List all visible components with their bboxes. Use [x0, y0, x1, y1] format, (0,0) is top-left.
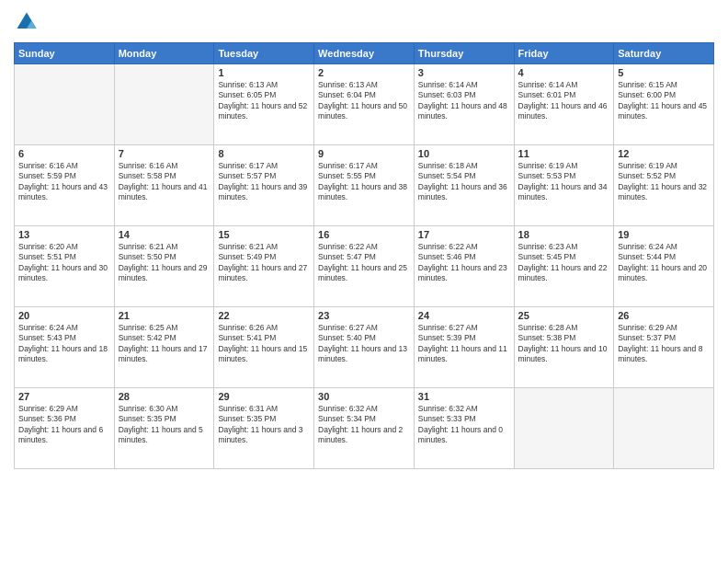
calendar-cell	[114, 64, 214, 145]
day-number: 20	[18, 310, 110, 321]
calendar-week-row: 1Sunrise: 6:13 AM Sunset: 6:05 PM Daylig…	[15, 64, 714, 145]
weekday-header: Monday	[114, 43, 214, 64]
calendar-cell: 23Sunrise: 6:27 AM Sunset: 5:40 PM Dayli…	[314, 307, 415, 388]
calendar-week-row: 27Sunrise: 6:29 AM Sunset: 5:36 PM Dayli…	[15, 388, 714, 469]
cell-info: Sunrise: 6:21 AM Sunset: 5:50 PM Dayligh…	[119, 242, 210, 284]
calendar-cell: 9Sunrise: 6:17 AM Sunset: 5:55 PM Daylig…	[314, 145, 415, 226]
calendar-table: SundayMondayTuesdayWednesdayThursdayFrid…	[14, 42, 714, 469]
day-number: 22	[218, 310, 310, 321]
calendar-cell: 20Sunrise: 6:24 AM Sunset: 5:43 PM Dayli…	[15, 307, 115, 388]
cell-info: Sunrise: 6:23 AM Sunset: 5:45 PM Dayligh…	[518, 242, 610, 284]
cell-info: Sunrise: 6:27 AM Sunset: 5:39 PM Dayligh…	[418, 323, 510, 365]
calendar-cell: 28Sunrise: 6:30 AM Sunset: 5:35 PM Dayli…	[114, 388, 214, 469]
calendar-cell	[15, 64, 115, 145]
day-number: 21	[119, 310, 210, 321]
calendar-cell: 14Sunrise: 6:21 AM Sunset: 5:50 PM Dayli…	[114, 226, 214, 307]
calendar-cell: 11Sunrise: 6:19 AM Sunset: 5:53 PM Dayli…	[514, 145, 614, 226]
day-number: 11	[518, 148, 610, 159]
logo	[14, 9, 43, 35]
cell-info: Sunrise: 6:30 AM Sunset: 5:35 PM Dayligh…	[119, 404, 210, 446]
day-number: 15	[218, 229, 310, 240]
calendar-week-row: 13Sunrise: 6:20 AM Sunset: 5:51 PM Dayli…	[15, 226, 714, 307]
day-number: 1	[218, 67, 310, 78]
calendar-cell: 3Sunrise: 6:14 AM Sunset: 6:03 PM Daylig…	[414, 64, 514, 145]
day-number: 14	[119, 229, 210, 240]
calendar-cell: 7Sunrise: 6:16 AM Sunset: 5:58 PM Daylig…	[114, 145, 214, 226]
cell-info: Sunrise: 6:21 AM Sunset: 5:49 PM Dayligh…	[218, 242, 310, 284]
calendar-cell: 10Sunrise: 6:18 AM Sunset: 5:54 PM Dayli…	[414, 145, 514, 226]
cell-info: Sunrise: 6:26 AM Sunset: 5:41 PM Dayligh…	[218, 323, 310, 365]
weekday-header: Wednesday	[314, 43, 415, 64]
cell-info: Sunrise: 6:14 AM Sunset: 6:03 PM Dayligh…	[418, 80, 510, 122]
day-number: 29	[218, 391, 310, 402]
calendar-cell: 18Sunrise: 6:23 AM Sunset: 5:45 PM Dayli…	[514, 226, 614, 307]
calendar-cell	[514, 388, 614, 469]
calendar-cell: 6Sunrise: 6:16 AM Sunset: 5:59 PM Daylig…	[15, 145, 115, 226]
weekday-header: Friday	[514, 43, 614, 64]
cell-info: Sunrise: 6:18 AM Sunset: 5:54 PM Dayligh…	[418, 161, 510, 203]
calendar-cell: 12Sunrise: 6:19 AM Sunset: 5:52 PM Dayli…	[614, 145, 714, 226]
calendar-cell: 24Sunrise: 6:27 AM Sunset: 5:39 PM Dayli…	[414, 307, 514, 388]
day-number: 24	[418, 310, 510, 321]
day-number: 19	[618, 229, 710, 240]
day-number: 10	[418, 148, 510, 159]
calendar-cell: 2Sunrise: 6:13 AM Sunset: 6:04 PM Daylig…	[314, 64, 415, 145]
cell-info: Sunrise: 6:32 AM Sunset: 5:33 PM Dayligh…	[418, 404, 510, 446]
calendar-cell	[614, 388, 714, 469]
day-number: 28	[119, 391, 210, 402]
calendar-cell: 17Sunrise: 6:22 AM Sunset: 5:46 PM Dayli…	[414, 226, 514, 307]
day-number: 27	[18, 391, 110, 402]
calendar-cell: 27Sunrise: 6:29 AM Sunset: 5:36 PM Dayli…	[15, 388, 115, 469]
cell-info: Sunrise: 6:16 AM Sunset: 5:59 PM Dayligh…	[18, 161, 110, 203]
logo-icon	[14, 9, 40, 35]
day-number: 8	[218, 148, 310, 159]
cell-info: Sunrise: 6:25 AM Sunset: 5:42 PM Dayligh…	[119, 323, 210, 365]
calendar-cell: 13Sunrise: 6:20 AM Sunset: 5:51 PM Dayli…	[15, 226, 115, 307]
day-number: 31	[418, 391, 510, 402]
weekday-header: Thursday	[414, 43, 514, 64]
cell-info: Sunrise: 6:29 AM Sunset: 5:37 PM Dayligh…	[618, 323, 710, 365]
page-container: SundayMondayTuesdayWednesdayThursdayFrid…	[0, 0, 728, 563]
cell-info: Sunrise: 6:32 AM Sunset: 5:34 PM Dayligh…	[318, 404, 410, 446]
calendar-cell: 8Sunrise: 6:17 AM Sunset: 5:57 PM Daylig…	[214, 145, 314, 226]
day-number: 23	[318, 310, 410, 321]
day-number: 5	[618, 67, 710, 78]
calendar-cell: 21Sunrise: 6:25 AM Sunset: 5:42 PM Dayli…	[114, 307, 214, 388]
cell-info: Sunrise: 6:19 AM Sunset: 5:52 PM Dayligh…	[618, 161, 710, 203]
cell-info: Sunrise: 6:13 AM Sunset: 6:05 PM Dayligh…	[218, 80, 310, 122]
day-number: 17	[418, 229, 510, 240]
cell-info: Sunrise: 6:22 AM Sunset: 5:47 PM Dayligh…	[318, 242, 410, 284]
day-number: 13	[18, 229, 110, 240]
calendar-cell: 1Sunrise: 6:13 AM Sunset: 6:05 PM Daylig…	[214, 64, 314, 145]
day-number: 12	[618, 148, 710, 159]
day-number: 16	[318, 229, 410, 240]
day-number: 25	[518, 310, 610, 321]
day-number: 6	[18, 148, 110, 159]
calendar-cell: 5Sunrise: 6:15 AM Sunset: 6:00 PM Daylig…	[614, 64, 714, 145]
day-number: 30	[318, 391, 410, 402]
day-number: 26	[618, 310, 710, 321]
calendar-cell: 25Sunrise: 6:28 AM Sunset: 5:38 PM Dayli…	[514, 307, 614, 388]
cell-info: Sunrise: 6:24 AM Sunset: 5:44 PM Dayligh…	[618, 242, 710, 284]
cell-info: Sunrise: 6:17 AM Sunset: 5:57 PM Dayligh…	[218, 161, 310, 203]
calendar-cell: 30Sunrise: 6:32 AM Sunset: 5:34 PM Dayli…	[314, 388, 415, 469]
cell-info: Sunrise: 6:13 AM Sunset: 6:04 PM Dayligh…	[318, 80, 410, 122]
day-number: 18	[518, 229, 610, 240]
cell-info: Sunrise: 6:29 AM Sunset: 5:36 PM Dayligh…	[18, 404, 110, 446]
day-number: 7	[119, 148, 210, 159]
calendar-cell: 19Sunrise: 6:24 AM Sunset: 5:44 PM Dayli…	[614, 226, 714, 307]
calendar-cell: 15Sunrise: 6:21 AM Sunset: 5:49 PM Dayli…	[214, 226, 314, 307]
day-number: 4	[518, 67, 610, 78]
header	[14, 9, 714, 35]
calendar-week-row: 20Sunrise: 6:24 AM Sunset: 5:43 PM Dayli…	[15, 307, 714, 388]
calendar-cell: 31Sunrise: 6:32 AM Sunset: 5:33 PM Dayli…	[414, 388, 514, 469]
calendar-cell: 4Sunrise: 6:14 AM Sunset: 6:01 PM Daylig…	[514, 64, 614, 145]
cell-info: Sunrise: 6:27 AM Sunset: 5:40 PM Dayligh…	[318, 323, 410, 365]
day-number: 2	[318, 67, 410, 78]
weekday-header: Tuesday	[214, 43, 314, 64]
cell-info: Sunrise: 6:14 AM Sunset: 6:01 PM Dayligh…	[518, 80, 610, 122]
calendar-cell: 26Sunrise: 6:29 AM Sunset: 5:37 PM Dayli…	[614, 307, 714, 388]
cell-info: Sunrise: 6:20 AM Sunset: 5:51 PM Dayligh…	[18, 242, 110, 284]
cell-info: Sunrise: 6:17 AM Sunset: 5:55 PM Dayligh…	[318, 161, 410, 203]
cell-info: Sunrise: 6:22 AM Sunset: 5:46 PM Dayligh…	[418, 242, 510, 284]
